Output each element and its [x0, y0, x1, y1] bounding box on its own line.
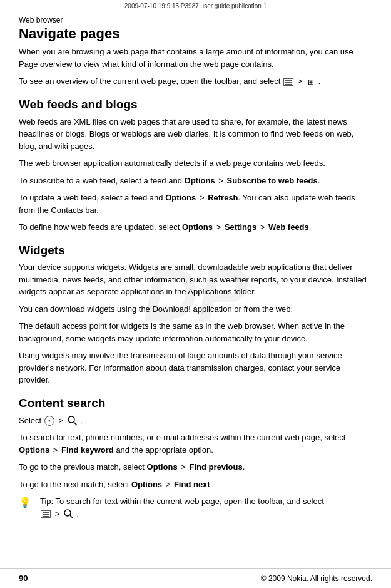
content-area: Web browser Navigate pages When you are … — [0, 11, 391, 544]
webfeeds-para3: To subscribe to a web feed, select a fee… — [19, 175, 372, 187]
footer-copyright: © 2009 Nokia. All rights reserved. — [261, 574, 372, 583]
tip-search-icon — [64, 509, 74, 519]
circle-nav-icon — [44, 416, 55, 426]
svg-point-2 — [64, 510, 71, 516]
page-container: 2009-07-10 19:9:15 P3987 user guide publ… — [0, 0, 391, 588]
webfeeds-para4: To update a web feed, select a feed and … — [19, 192, 372, 216]
widgets-para3: The default access point for widgets is … — [19, 320, 372, 344]
header-text: 2009-07-10 19:9:15 P3987 user guide publ… — [124, 3, 267, 9]
contentsearch-para2: To search for text, phone numbers, or e-… — [19, 431, 372, 456]
navigate-para2: To see an overview of the current web pa… — [19, 75, 372, 88]
grid-icon — [307, 78, 315, 86]
contentsearch-select: Select > . — [19, 415, 372, 427]
nav-circle-icon — [44, 416, 54, 426]
tip-icon-container: 💡 — [19, 497, 36, 508]
navigate-title: Navigate pages — [19, 26, 372, 42]
lightbulb-icon: 💡 — [19, 497, 31, 508]
widgets-para2: You can download widgets using the Downl… — [19, 303, 372, 316]
magnify-search-icon — [68, 416, 78, 426]
svg-line-1 — [74, 422, 77, 425]
widgets-para4: Using widgets may involve the transmissi… — [19, 349, 372, 386]
svg-line-3 — [70, 515, 73, 518]
contentsearch-para3: To go to the previous match, select Opti… — [19, 461, 372, 473]
footer-page-number: 90 — [19, 574, 28, 583]
contentsearch-title: Content search — [19, 396, 372, 411]
widgets-para1: Your device supports widgets. Widgets ar… — [19, 261, 372, 298]
tip-content: Tip: To search for text within the curre… — [40, 495, 324, 520]
webfeeds-para5: To define how web feeds are updated, sel… — [19, 221, 372, 234]
menu-icon — [283, 78, 293, 86]
tip-row: 💡 Tip: To search for text within the cur… — [19, 495, 372, 520]
tip-menu-icon — [41, 510, 51, 518]
webfeeds-para2: The web browser application automaticall… — [19, 157, 372, 170]
svg-point-0 — [68, 416, 74, 423]
tip-label: Tip: — [40, 497, 53, 506]
menu-icon-inline — [283, 78, 294, 86]
navigate-para1: When you are browsing a web page that co… — [19, 46, 372, 70]
webfeeds-para1: Web feeds are XML files on web pages tha… — [19, 116, 372, 153]
contentsearch-para4: To go to the next match, select Options … — [19, 478, 372, 491]
footer-bar: 90 © 2009 Nokia. All rights reserved. — [0, 568, 391, 588]
grid-icon-inline — [306, 78, 316, 86]
webfeeds-title: Web feeds and blogs — [19, 98, 372, 112]
section-label: Web browser — [19, 16, 372, 24]
widgets-title: Widgets — [19, 244, 372, 258]
header-bar: 2009-07-10 19:9:15 P3987 user guide publ… — [0, 0, 391, 11]
